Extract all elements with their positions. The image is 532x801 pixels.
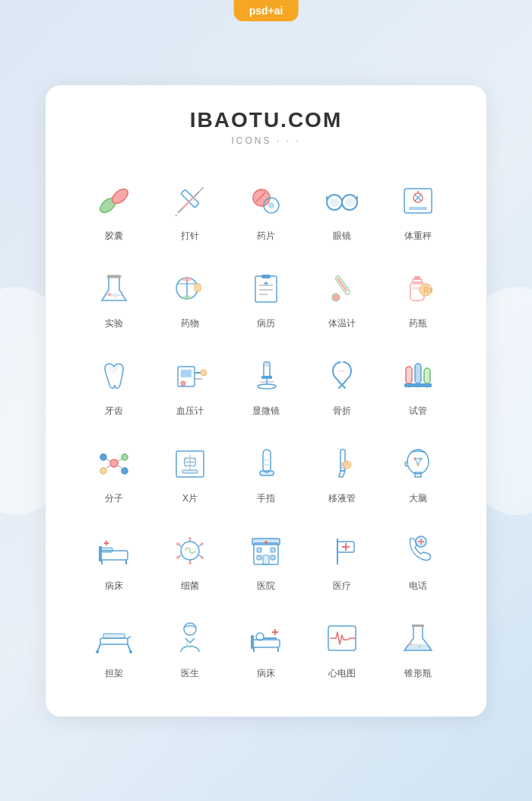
- svg-point-111: [176, 556, 179, 559]
- icon-item-test-tube: 试管: [380, 344, 456, 424]
- injection-icon: [167, 178, 213, 224]
- icon-item-stretcher: 担架: [76, 606, 152, 686]
- svg-point-26: [182, 277, 192, 281]
- capsule-icon: [91, 178, 137, 224]
- icon-item-molecule: 分子: [76, 431, 152, 511]
- stretcher-icon: [91, 615, 137, 661]
- icon-item-medicine: 药物: [152, 256, 228, 336]
- svg-point-7: [253, 189, 270, 206]
- svg-rect-116: [271, 548, 275, 552]
- svg-point-112: [176, 542, 179, 545]
- svg-line-4: [182, 196, 195, 208]
- hospital-label: 医院: [257, 580, 275, 593]
- svg-rect-62: [406, 367, 412, 383]
- icon-item-medicine-bottle: Rx 药瓶: [380, 256, 456, 336]
- injection-label: 打针: [181, 230, 199, 243]
- svg-rect-21: [409, 207, 427, 210]
- thermometer-label: 体温计: [328, 317, 356, 330]
- brain-label: 大脑: [409, 492, 427, 505]
- svg-rect-119: [263, 555, 269, 564]
- site-subtitle: ICONS · · ·: [76, 135, 456, 146]
- phone-icon: [395, 528, 441, 574]
- svg-rect-148: [412, 625, 424, 627]
- svg-line-90: [418, 459, 421, 465]
- medical-cross-icon: [319, 528, 365, 574]
- glasses-label: 眼镜: [333, 230, 351, 243]
- svg-line-70: [106, 459, 110, 461]
- flask-icon: [91, 265, 137, 311]
- svg-rect-63: [415, 364, 421, 383]
- medical-record-icon: [243, 265, 289, 311]
- thermometer-icon: [319, 265, 365, 311]
- svg-point-83: [344, 461, 351, 469]
- svg-line-89: [415, 459, 418, 465]
- patient-bed-icon: [243, 615, 289, 661]
- tooth-icon: [91, 353, 137, 399]
- svg-point-27: [182, 295, 192, 300]
- pill-label: 药片: [257, 230, 275, 243]
- conical-flask-label: 锥形瓶: [404, 667, 432, 680]
- svg-rect-97: [99, 546, 102, 561]
- svg-rect-92: [415, 472, 421, 477]
- medicine-label: 药物: [181, 317, 199, 330]
- svg-point-14: [345, 198, 354, 207]
- finger-icon: [243, 440, 289, 486]
- icon-item-xray: X片: [152, 431, 228, 511]
- xray-icon: [167, 440, 213, 486]
- main-card: IBAOTU.COM ICONS · · · 胶囊: [46, 85, 486, 717]
- svg-point-147: [419, 645, 421, 647]
- icon-item-medical-cross: 医疗: [304, 519, 380, 599]
- svg-point-55: [264, 363, 269, 367]
- icon-item-brain: 大脑: [380, 431, 456, 511]
- icon-item-microscope: 显微镜: [228, 344, 304, 424]
- icon-item-pill: 药片: [228, 169, 304, 249]
- pipette-icon: [319, 440, 365, 486]
- doctor-icon: [167, 615, 213, 661]
- icon-item-bacteria: 细菌: [152, 519, 228, 599]
- icon-item-thermometer: 体温计: [304, 256, 380, 336]
- svg-point-65: [110, 459, 118, 467]
- svg-rect-76: [182, 470, 198, 473]
- svg-rect-118: [271, 555, 275, 560]
- card-header: IBAOTU.COM ICONS · · ·: [76, 108, 456, 146]
- icon-item-medical-record: 病历: [228, 256, 304, 336]
- fracture-icon: [319, 353, 365, 399]
- svg-rect-80: [260, 471, 274, 475]
- svg-point-10: [268, 202, 274, 208]
- molecule-icon: [91, 440, 137, 486]
- svg-point-22: [108, 293, 111, 296]
- svg-rect-52: [261, 376, 272, 379]
- icon-item-conical-flask: 锥形瓶: [380, 606, 456, 686]
- svg-line-73: [118, 466, 122, 468]
- icon-item-hospital-bed: 病床: [76, 519, 152, 599]
- svg-point-107: [188, 537, 192, 540]
- icon-item-patient-bed: 病床: [228, 606, 304, 686]
- svg-rect-24: [107, 275, 121, 278]
- pipette-label: 移液管: [328, 492, 356, 505]
- svg-line-135: [128, 637, 131, 638]
- svg-rect-64: [424, 368, 430, 383]
- brain-icon: [395, 440, 441, 486]
- svg-rect-115: [257, 548, 261, 552]
- glasses-icon: [319, 178, 365, 224]
- icon-item-finger: 手指: [228, 431, 304, 511]
- svg-point-68: [100, 468, 106, 474]
- bacteria-icon: [167, 528, 213, 574]
- svg-point-108: [201, 542, 204, 545]
- svg-rect-77: [263, 450, 271, 472]
- svg-point-85: [407, 450, 429, 474]
- xray-label: X片: [182, 492, 198, 505]
- icon-item-blood-pressure: 血压计: [152, 344, 228, 424]
- svg-rect-130: [103, 634, 125, 638]
- blood-pressure-label: 血压计: [176, 405, 204, 418]
- svg-rect-29: [255, 276, 277, 302]
- svg-rect-3: [181, 189, 199, 207]
- medical-record-label: 病历: [257, 317, 275, 330]
- icon-item-flask: 实验: [76, 256, 152, 336]
- microscope-icon: [243, 353, 289, 399]
- icon-item-capsule: 胶囊: [76, 169, 152, 249]
- medicine-bottle-label: 药瓶: [409, 317, 427, 330]
- svg-point-67: [122, 454, 128, 460]
- svg-point-136: [184, 623, 196, 635]
- molecule-label: 分子: [105, 492, 123, 505]
